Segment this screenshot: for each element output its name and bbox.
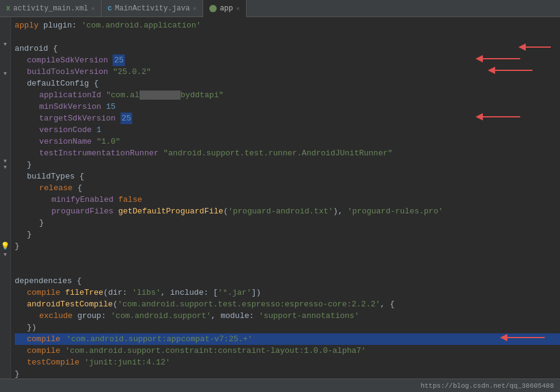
gutter: ▼ ▼ ▼ ▼ 💡 ▼ xyxy=(0,17,11,379)
status-bar: https://blog.csdn.net/qq_38605488 xyxy=(0,379,560,392)
code-line-6: defaultConfig { xyxy=(15,78,560,89)
code-line-10: versionCode 1 xyxy=(15,124,560,136)
tab-mainactivity[interactable]: C MainActivity.java ✕ xyxy=(102,0,203,17)
code-line-28: compile 'com.android.support:appcompat-v… xyxy=(15,333,560,345)
xml-icon: X xyxy=(6,5,10,12)
code-area: ▼ ▼ ▼ ▼ 💡 ▼ apply plugin: 'com.android.a… xyxy=(0,17,560,379)
code-line-29: compile 'com.android.support.constraint:… xyxy=(15,345,560,357)
code-editor[interactable]: apply plugin: 'com.android.application' … xyxy=(11,17,560,379)
tab-activity-main[interactable]: X activity_main.xml ✕ xyxy=(0,0,102,17)
code-line-25: androidTestCompile('com.android.support.… xyxy=(15,298,560,310)
tab-label-activity-main: activity_main.xml xyxy=(13,4,88,13)
code-line-11: versionName "1.0" xyxy=(15,136,560,147)
code-line-18: } xyxy=(15,217,560,229)
tab-close-app[interactable]: ✕ xyxy=(236,5,240,12)
code-line-24: compile fileTree(dir: 'libs', include: [… xyxy=(15,287,560,298)
code-line-21 xyxy=(15,252,560,264)
code-line-17: proguardFiles getDefaultProguardFile('pr… xyxy=(15,205,560,217)
tab-app[interactable]: app ✕ xyxy=(203,0,247,17)
tab-close-mainactivity[interactable]: ✕ xyxy=(193,5,196,12)
code-line-1: apply plugin: 'com.android.application' xyxy=(15,20,560,31)
code-line-5: buildToolsVersion "25.0.2" xyxy=(15,66,560,78)
tab-label-mainactivity: MainActivity.java xyxy=(115,4,190,13)
tab-close-activity-main[interactable]: ✕ xyxy=(91,5,95,12)
fold-android[interactable]: ▼ xyxy=(4,42,7,48)
code-line-19: } xyxy=(15,229,560,240)
code-line-22 xyxy=(15,264,560,275)
code-line-16: minifyEnabled false xyxy=(15,194,560,205)
code-line-12: testInstrumentationRunner "android.suppo… xyxy=(15,147,560,159)
code-line-31: } xyxy=(15,368,560,379)
code-line-20: } xyxy=(15,240,560,252)
fold-release[interactable]: ▼ xyxy=(4,165,7,171)
code-line-15: release { xyxy=(15,182,560,194)
code-line-23: dependencies { xyxy=(15,275,560,287)
code-line-9: targetSdkVersion 25 xyxy=(15,113,560,124)
status-url: https://blog.csdn.net/qq_38605488 xyxy=(420,382,554,390)
fold-buildtypes[interactable]: ▼ xyxy=(4,158,7,165)
code-line-2 xyxy=(15,31,560,43)
code-line-26: exclude group: 'com.android.support', mo… xyxy=(15,310,560,322)
tab-label-app: app xyxy=(220,4,233,13)
code-line-13: } xyxy=(15,159,560,171)
code-line-30: testCompile 'junit:junit:4.12' xyxy=(15,357,560,368)
fold-dependencies[interactable]: ▼ xyxy=(4,252,7,258)
gradle-icon xyxy=(209,5,217,12)
tab-bar: X activity_main.xml ✕ C MainActivity.jav… xyxy=(0,0,560,17)
code-line-7: applicationId "com.al____byddtapi" xyxy=(15,89,560,101)
fold-defaultconfig[interactable]: ▼ xyxy=(4,71,7,77)
code-line-14: buildTypes { xyxy=(15,171,560,182)
java-icon: C xyxy=(108,5,112,12)
